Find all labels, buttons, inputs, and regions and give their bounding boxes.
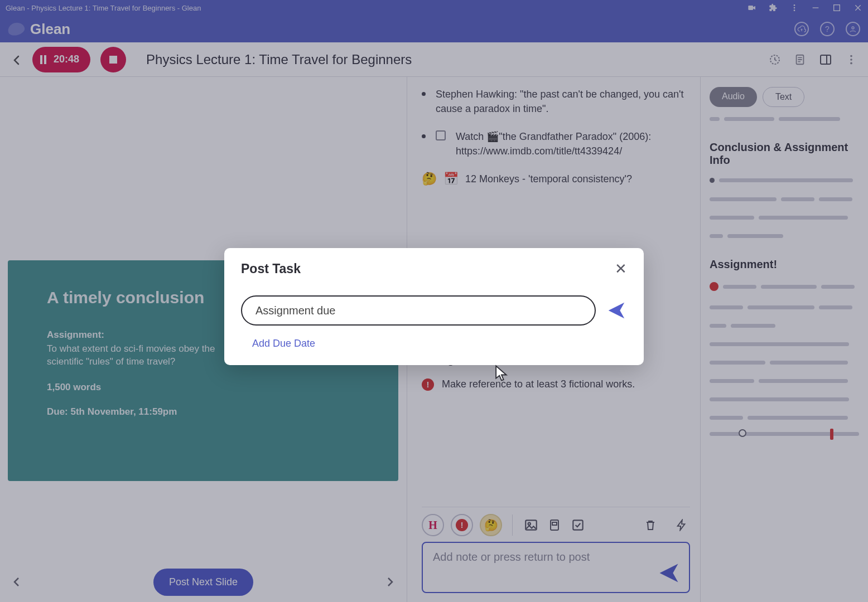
task-submit-button[interactable] [606,300,627,321]
post-task-modal: Post Task ✕ Add Due Date [224,248,644,365]
modal-title: Post Task [241,261,301,276]
modal-close-button[interactable]: ✕ [615,260,627,278]
task-input[interactable] [241,295,596,326]
add-due-date-link[interactable]: Add Due Date [241,338,627,349]
